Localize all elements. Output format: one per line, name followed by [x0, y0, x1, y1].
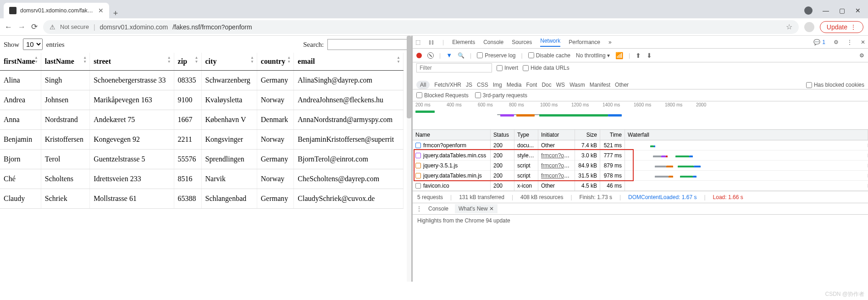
entries-select[interactable]: 10	[23, 39, 43, 50]
drawer-tab-whatsnew[interactable]: What's New ✕	[455, 204, 498, 213]
network-table-header: Name Status Type Initiator Size Time Wat…	[413, 130, 868, 140]
page-scrollbar[interactable]	[407, 36, 411, 282]
minimize-icon[interactable]: —	[823, 7, 829, 14]
filter-bar: Invert Hide data URLs AllFetch/XHRJSCSSI…	[413, 62, 868, 89]
drawer-content: Highlights from the Chrome 94 update	[413, 215, 868, 227]
url-host: domsrv01.xdomino.com	[100, 23, 168, 31]
network-settings-icon[interactable]: ⚙	[859, 52, 864, 59]
length-control: Show 10 entries	[4, 39, 65, 50]
network-row[interactable]: favicon.ico200x-iconOther4.5 kB46 ms	[413, 181, 868, 191]
close-window-icon[interactable]: ✕	[855, 7, 861, 14]
filter-media[interactable]: Media	[507, 82, 522, 88]
column-city[interactable]: city	[201, 53, 257, 71]
filter-img[interactable]: Img	[493, 82, 502, 88]
browser-tab-strip: domsrv01.xdomino.com/fakes.ns ✕ + — ▢ ✕	[0, 0, 868, 18]
search-input[interactable]	[327, 39, 408, 50]
tab-sources[interactable]: Sources	[512, 39, 532, 45]
hide-dataurls-checkbox[interactable]: Hide data URLs	[523, 65, 569, 71]
more-tabs-icon[interactable]: »	[608, 39, 612, 45]
search-net-icon[interactable]: 🔍	[458, 52, 464, 59]
tab-console[interactable]: Console	[483, 39, 503, 45]
network-row[interactable]: jquery.dataTables.min.css200styles...frm…	[413, 150, 868, 161]
tab-close-icon[interactable]: ✕	[98, 7, 104, 14]
filter-ws[interactable]: WS	[556, 82, 565, 88]
insecure-label: Not secure	[60, 23, 89, 30]
url-path: /fakes.nsf/frmcon?openform	[172, 23, 252, 31]
new-tab-button[interactable]: +	[109, 9, 122, 18]
table-row: ChéScholtensIdrettsveien 2338516NarvikNo…	[0, 169, 404, 189]
update-button[interactable]: Update ⋮	[820, 21, 863, 33]
table-row: ClaudySchriekMollstrasse 6165388Schlange…	[0, 189, 404, 209]
maximize-icon[interactable]: ▢	[839, 7, 845, 14]
reload-icon[interactable]: ⟳	[31, 22, 38, 32]
filter-css[interactable]: CSS	[477, 82, 488, 88]
column-zip[interactable]: zip	[174, 53, 201, 71]
disable-cache-checkbox[interactable]: Disable cache	[528, 52, 570, 59]
filter-wasm[interactable]: Wasm	[569, 82, 585, 88]
network-summary: 5 requests| 131 kB transferred| 408 kB r…	[413, 191, 868, 203]
devtools-close-icon[interactable]: ✕	[861, 39, 865, 45]
filter-font[interactable]: Font	[526, 82, 537, 88]
browser-tab[interactable]: domsrv01.xdomino.com/fakes.ns ✕	[4, 3, 109, 18]
tab-title: domsrv01.xdomino.com/fakes.ns	[20, 7, 94, 14]
table-row: AlinaSinghSchoenebergerstrasse 3308335Sc…	[0, 71, 404, 90]
tab-network[interactable]: Network	[540, 38, 560, 47]
back-icon[interactable]: ←	[5, 22, 12, 32]
record-icon[interactable]	[416, 53, 422, 58]
download-icon[interactable]: ⬇	[647, 52, 652, 59]
network-row[interactable]: jquery.dataTables.min.js200scriptfrmcon?…	[413, 171, 868, 181]
drawer-tab-console[interactable]: Console	[428, 206, 448, 212]
table-row: AnnaNordstrandAndekæret 751667København …	[0, 110, 404, 130]
filter-icon[interactable]: ▼	[446, 52, 452, 59]
window-controls: — ▢ ✕	[804, 6, 868, 18]
page-content: Show 10 entries Search: firstNamelastNam…	[0, 36, 411, 282]
column-country[interactable]: country	[257, 53, 293, 71]
network-row[interactable]: jquery-3.5.1.js200scriptfrmcon?ope...84.…	[413, 161, 868, 171]
filter-fetch/xhr[interactable]: Fetch/XHR	[434, 82, 461, 88]
filter-manifest[interactable]: Manifest	[590, 82, 610, 88]
clear-icon[interactable]	[427, 52, 434, 59]
profile-icon[interactable]	[804, 22, 814, 32]
incognito-icon	[804, 6, 813, 15]
filter-doc[interactable]: Doc	[542, 82, 551, 88]
inspect-icon[interactable]: ⬚	[415, 39, 420, 45]
device-icon[interactable]: ⫿⫿	[429, 39, 434, 45]
upload-icon[interactable]: ⬆	[636, 52, 641, 59]
throttling-select[interactable]: No throttling ▾	[576, 52, 610, 59]
watermark: CSDN @协作者	[825, 290, 864, 298]
table-row: AndreaJohnsenMarikåpevegen 1639100Kvaløy…	[0, 90, 404, 110]
column-email[interactable]: email	[294, 53, 404, 71]
filter-js[interactable]: JS	[466, 82, 472, 88]
tab-performance[interactable]: Performance	[569, 39, 600, 45]
filter-other[interactable]: Other	[615, 82, 629, 88]
has-blocked-checkbox[interactable]: Has blocked cookies	[806, 82, 864, 88]
network-row[interactable]: frmcon?openform200docu...Other7.4 kB521 …	[413, 140, 868, 150]
devtools-panel: ⬚ ⫿⫿ | Elements Console Sources Network …	[411, 36, 868, 282]
column-firstName[interactable]: firstName	[0, 53, 41, 71]
data-table: firstNamelastNamestreetzipcitycountryema…	[0, 53, 404, 209]
filter-all[interactable]: All	[416, 81, 430, 89]
offline-icon[interactable]: 📶	[615, 52, 623, 59]
kebab-icon[interactable]: ⋮	[847, 39, 852, 45]
address-bar: ← → ⟳ ⚠ Not secure | domsrv01.xdomino.co…	[0, 18, 868, 36]
settings-icon[interactable]: ⚙	[834, 39, 839, 45]
drawer-tabs: ⋮ Console What's New ✕	[413, 203, 868, 215]
preserve-log-checkbox[interactable]: Preserve log	[477, 52, 515, 59]
timeline-overview[interactable]: 200 ms400 ms600 ms800 ms1000 ms1200 ms14…	[413, 101, 868, 130]
messages-badge[interactable]: 💬 1	[813, 39, 825, 45]
tab-elements[interactable]: Elements	[452, 39, 475, 45]
more-icon: ⋮	[850, 23, 857, 31]
devtools-tabs: ⬚ ⫿⫿ | Elements Console Sources Network …	[413, 36, 868, 49]
blocked-requests-checkbox[interactable]: Blocked Requests	[416, 92, 469, 99]
filter-input[interactable]	[416, 63, 492, 72]
insecure-icon: ⚠	[50, 23, 55, 31]
table-row: BjornTerolGuentzelstrasse 555576Sprendli…	[0, 150, 404, 169]
drawer-menu-icon[interactable]: ⋮	[416, 206, 422, 212]
bookmark-icon[interactable]: ☆	[786, 22, 792, 31]
forward-icon: →	[18, 22, 26, 32]
thirdparty-checkbox[interactable]: 3rd-party requests	[475, 92, 527, 99]
column-lastName[interactable]: lastName	[41, 53, 89, 71]
column-street[interactable]: street	[90, 53, 174, 71]
url-field[interactable]: ⚠ Not secure | domsrv01.xdomino.com/fake…	[43, 20, 799, 34]
invert-checkbox[interactable]: Invert	[497, 65, 518, 71]
